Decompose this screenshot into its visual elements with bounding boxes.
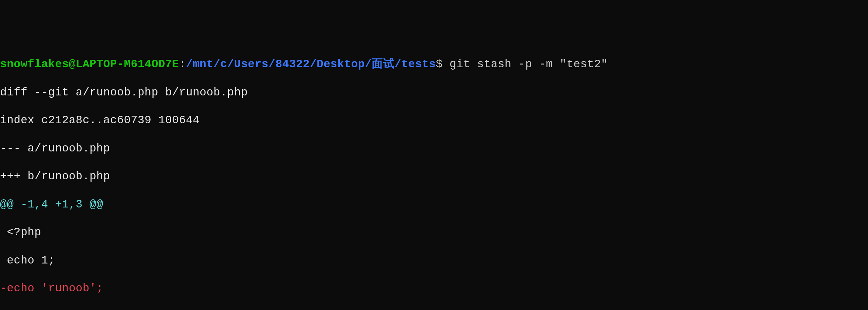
diff-context-line: <?php bbox=[0, 225, 868, 239]
prompt-dollar: $ bbox=[436, 58, 450, 71]
command-text: git stash -p -m "test2" bbox=[450, 58, 608, 71]
diff-hunk-header: @@ -1,4 +1,3 @@ bbox=[0, 198, 868, 212]
prompt-colon: : bbox=[179, 58, 186, 71]
prompt-line-1[interactable]: snowflakes@LAPTOP-M614OD7E:/mnt/c/Users/… bbox=[0, 57, 868, 71]
prompt-user: snowflakes@LAPTOP-M614OD7E bbox=[0, 58, 179, 71]
diff-deleted-line: -echo 'runoob'; bbox=[0, 281, 868, 295]
diff-context-line: echo 1; bbox=[0, 254, 868, 268]
prompt-path: /mnt/c/Users/84322/Desktop/面试/tests bbox=[186, 58, 436, 71]
diff-plus-file: +++ b/runoob.php bbox=[0, 169, 868, 183]
diff-index: index c212a8c..ac60739 100644 bbox=[0, 113, 868, 127]
diff-header: diff --git a/runoob.php b/runoob.php bbox=[0, 86, 868, 99]
diff-minus-file: --- a/runoob.php bbox=[0, 142, 868, 156]
